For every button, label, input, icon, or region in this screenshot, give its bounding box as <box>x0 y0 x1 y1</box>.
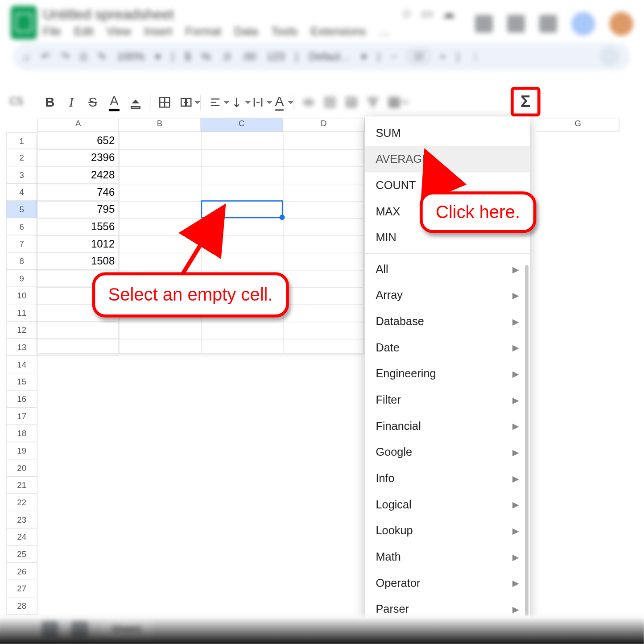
menu-…[interactable]: … <box>379 25 390 38</box>
row-header-2[interactable]: 2 <box>6 149 37 167</box>
name-box[interactable]: C5 <box>9 95 23 107</box>
increase-decimal-icon[interactable]: .00 <box>241 50 256 63</box>
fn-category-date[interactable]: Date▶ <box>365 334 529 361</box>
fn-category-engineering[interactable]: Engineering▶ <box>365 361 529 387</box>
insert-chart-button[interactable] <box>341 91 362 113</box>
cell-A1[interactable]: 652 <box>37 132 119 149</box>
cell-A8[interactable]: 1508 <box>37 253 119 270</box>
row-header-13[interactable]: 13 <box>6 339 37 356</box>
cell-A6[interactable]: 1556 <box>37 218 119 235</box>
percent-icon[interactable]: % <box>202 50 211 63</box>
paint-format-icon[interactable]: ✎ <box>98 50 107 63</box>
insert-comment-button[interactable] <box>319 91 341 113</box>
fn-category-financial[interactable]: Financial▶ <box>365 413 529 439</box>
bold-button[interactable]: B <box>39 91 61 113</box>
strikethrough-button[interactable]: S <box>82 91 103 113</box>
collapse-toolbar-icon[interactable] <box>600 46 620 66</box>
toolbar-secondary[interactable]: B I S A A <box>39 89 541 116</box>
meet-icon[interactable] <box>539 15 557 33</box>
italic-button[interactable]: I <box>61 91 82 113</box>
menu-format[interactable]: Format <box>186 25 221 38</box>
menu-file[interactable]: File <box>43 25 61 38</box>
functions-sigma-button[interactable]: Σ <box>511 87 541 117</box>
search-icon[interactable]: ⌕ <box>24 50 30 63</box>
row-header-15[interactable]: 15 <box>6 373 37 391</box>
cell-A2[interactable]: 2396 <box>37 149 119 167</box>
menu-view[interactable]: View <box>107 25 131 38</box>
row-header-25[interactable]: 25 <box>6 546 37 563</box>
toolbar-primary[interactable]: ⌕ ↶ ↷ ⎙ ✎ 100% ▾ | $ % .0 .00 123 | Defa… <box>13 43 631 70</box>
row-headers[interactable]: 1234567891011121314151617181920212223242… <box>6 132 37 615</box>
row-header-27[interactable]: 27 <box>6 580 37 598</box>
fn-category-array[interactable]: Array▶ <box>365 282 529 309</box>
menu-insert[interactable]: Insert <box>144 25 172 38</box>
undo-icon[interactable]: ↶ <box>41 50 50 63</box>
star-icon[interactable]: ☆ <box>401 6 413 21</box>
text-rotation-button[interactable]: A <box>269 91 290 113</box>
row-header-18[interactable]: 18 <box>6 425 37 442</box>
row-header-1[interactable]: 1 <box>6 132 37 149</box>
column-header-B[interactable]: B <box>119 118 201 132</box>
selected-cell[interactable] <box>201 200 283 218</box>
vertical-align-button[interactable] <box>226 91 248 113</box>
font-size[interactable]: 10 <box>408 50 429 63</box>
row-header-19[interactable]: 19 <box>6 442 37 460</box>
row-header-16[interactable]: 16 <box>6 391 37 408</box>
menu-tools[interactable]: Tools <box>271 25 297 38</box>
row-header-8[interactable]: 8 <box>6 253 37 270</box>
row-header-3[interactable]: 3 <box>6 166 37 184</box>
row-header-7[interactable]: 7 <box>6 235 37 253</box>
sheets-app-icon[interactable] <box>11 6 37 39</box>
cloud-icon[interactable]: ☁ <box>442 6 455 21</box>
column-header-G[interactable]: G <box>537 118 619 132</box>
merge-cells-button[interactable] <box>175 91 197 113</box>
menu-data[interactable]: Data <box>234 25 258 38</box>
row-header-17[interactable]: 17 <box>6 408 37 425</box>
menu-edit[interactable]: Edit <box>74 25 94 38</box>
fn-category-operator[interactable]: Operator▶ <box>365 570 529 596</box>
fn-category-google[interactable]: Google▶ <box>365 439 529 466</box>
borders-button[interactable] <box>154 91 175 113</box>
row-header-4[interactable]: 4 <box>6 184 37 201</box>
row-header-23[interactable]: 23 <box>6 511 37 528</box>
row-header-10[interactable]: 10 <box>6 287 37 305</box>
row-header-24[interactable]: 24 <box>6 528 37 546</box>
fn-category-filter[interactable]: Filter▶ <box>365 387 529 413</box>
row-header-21[interactable]: 21 <box>6 477 37 494</box>
column-headers[interactable]: ABCDG <box>37 118 644 132</box>
comments-icon[interactable] <box>507 15 525 33</box>
cell-A4[interactable]: 746 <box>37 184 119 201</box>
row-header-20[interactable]: 20 <box>6 459 37 477</box>
fn-category-info[interactable]: Info▶ <box>365 466 529 492</box>
row-header-12[interactable]: 12 <box>6 322 37 339</box>
history-icon[interactable] <box>475 15 493 33</box>
create-filter-button[interactable] <box>362 91 384 113</box>
fn-item-sum[interactable]: SUM <box>365 120 529 146</box>
dropdown-scrollbar[interactable] <box>525 265 528 616</box>
column-header-A[interactable]: A <box>37 118 119 132</box>
menu-bar[interactable]: FileEditViewInsertFormatDataToolsExtensi… <box>43 25 390 38</box>
account-avatar[interactable] <box>609 12 633 36</box>
table-view-button[interactable] <box>384 91 405 113</box>
menu-extensions[interactable]: Extensions <box>310 25 366 38</box>
row-header-5[interactable]: 5 <box>6 201 37 219</box>
text-wrap-button[interactable] <box>248 91 269 113</box>
cell-A7[interactable]: 1012 <box>37 235 119 253</box>
column-header-D[interactable]: D <box>283 118 365 132</box>
currency-icon[interactable]: $ <box>185 50 190 63</box>
row-header-14[interactable]: 14 <box>6 356 37 373</box>
decrease-decimal-icon[interactable]: .0 <box>222 50 231 63</box>
fn-category-logical[interactable]: Logical▶ <box>365 491 529 518</box>
cell-A5[interactable]: 795 <box>37 201 119 219</box>
fn-category-lookup[interactable]: Lookup▶ <box>365 518 529 544</box>
row-header-22[interactable]: 22 <box>6 494 37 512</box>
fn-category-math[interactable]: Math▶ <box>365 544 529 570</box>
fn-category-database[interactable]: Database▶ <box>365 309 529 335</box>
font-family[interactable]: Defaul… <box>309 50 351 63</box>
cell-A3[interactable]: 2428 <box>37 166 119 184</box>
row-header-28[interactable]: 28 <box>6 598 37 615</box>
row-header-9[interactable]: 9 <box>6 270 37 287</box>
move-icon[interactable]: ▭ <box>421 6 433 21</box>
zoom-level[interactable]: 100% <box>117 50 144 63</box>
text-color-button[interactable]: A <box>103 91 125 113</box>
